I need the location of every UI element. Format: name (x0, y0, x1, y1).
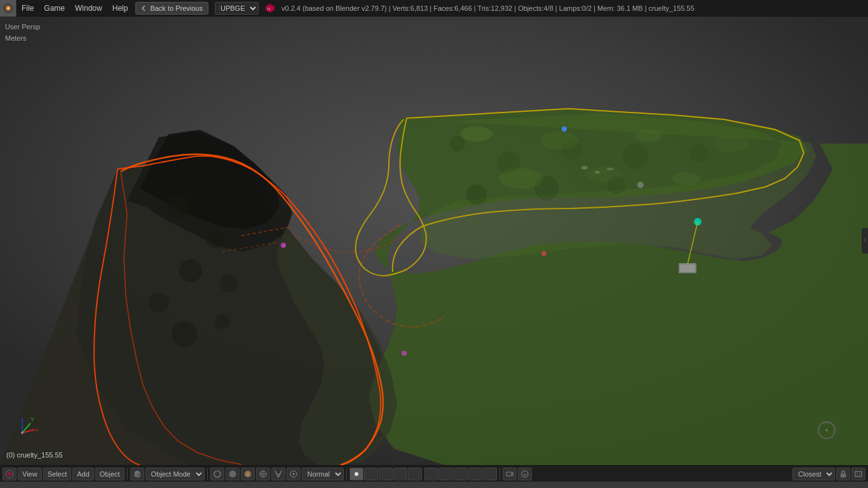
svg-point-39 (581, 166, 588, 170)
separator-1 (127, 468, 128, 480)
layer-10-btn[interactable] (483, 468, 497, 480)
engine-selector[interactable]: UPBGE (215, 2, 259, 15)
svg-point-13 (281, 243, 286, 248)
svg-rect-70 (506, 472, 512, 476)
svg-rect-74 (855, 471, 862, 477)
stats-bar: v0.2.4 (based on Blender v2.79.7) | Vert… (278, 4, 868, 12)
menu-bar: File Game Window Help (17, 0, 133, 16)
units-label: Meters (5, 33, 40, 44)
back-icon (141, 5, 147, 11)
separator-3 (346, 468, 347, 480)
svg-point-27 (179, 259, 202, 282)
svg-point-16 (637, 182, 644, 188)
menu-window[interactable]: Window (70, 0, 107, 16)
solid-shading-icon (229, 470, 236, 478)
active-object-name: (0) cruelty_155.55 (6, 451, 63, 459)
svg-point-33 (540, 132, 578, 149)
orientation-widget: X Y (6, 410, 38, 442)
back-to-previous-button[interactable]: Back to Previous (135, 2, 208, 15)
camera-icon (505, 470, 514, 478)
texture-shading-icon (244, 470, 252, 478)
shading-wire-btn[interactable] (210, 468, 224, 480)
view-menu-btn[interactable]: View (18, 468, 42, 480)
upbge-logo: U (265, 3, 275, 13)
object-mode-selector[interactable]: Object Mode (146, 468, 205, 480)
svg-point-34 (634, 130, 662, 142)
render-icon-btn[interactable] (503, 468, 517, 480)
engine-icon-btn[interactable] (3, 468, 17, 480)
svg-point-41 (607, 168, 613, 170)
lock-icon-btn[interactable] (836, 468, 850, 480)
svg-point-26 (207, 229, 226, 248)
svg-point-21 (690, 144, 708, 162)
svg-rect-73 (841, 474, 846, 477)
rotation-icon (817, 421, 836, 440)
svg-point-29 (149, 292, 169, 313)
svg-point-28 (220, 274, 238, 292)
transform-global-btn[interactable] (256, 468, 270, 480)
frame-range-icon-btn[interactable] (851, 468, 865, 480)
scene-icon-btn[interactable] (518, 468, 532, 480)
select-label: Select (48, 470, 67, 478)
select-menu-btn[interactable]: Select (43, 468, 72, 480)
layer-buttons (349, 468, 422, 480)
mode-cube-icon (133, 470, 141, 478)
svg-text:X: X (36, 427, 38, 433)
svg-point-54 (8, 472, 11, 476)
svg-point-25 (165, 194, 191, 220)
engine-status-icon (5, 470, 14, 478)
shading-mode-selector[interactable]: Normal (302, 468, 344, 480)
svg-point-38 (672, 172, 700, 185)
scroll-indicator: › (862, 228, 868, 254)
layer-9-btn[interactable] (468, 468, 482, 480)
svg-point-22 (466, 184, 487, 205)
svg-text:U: U (268, 7, 270, 11)
layer-4-btn[interactable] (393, 468, 407, 480)
layer-5-btn[interactable] (408, 468, 422, 480)
layer-2-btn[interactable] (364, 468, 378, 480)
shading-solid-btn[interactable] (226, 468, 240, 480)
layer-buttons-2 (424, 468, 497, 480)
svg-point-32 (461, 126, 492, 142)
separator-2 (207, 468, 208, 480)
view-type-label: User Persp (5, 22, 40, 33)
snap-btn[interactable] (271, 468, 285, 480)
shading-texture-btn[interactable] (241, 468, 255, 480)
layer-7-btn[interactable] (439, 468, 453, 480)
wireframe-icon (214, 470, 221, 478)
layer-3-btn[interactable] (379, 468, 393, 480)
add-label: Add (77, 470, 90, 478)
3d-viewport[interactable]: User Persp Meters X Y (0) cruelty_155.55 (0, 17, 868, 465)
back-button-label: Back to Previous (150, 4, 203, 12)
bottom-status-bar: View Select Add Object Object Mode (0, 465, 868, 482)
svg-point-15 (541, 251, 546, 256)
layer-1-btn[interactable] (349, 468, 363, 480)
menu-game[interactable]: Game (39, 0, 70, 16)
layer-dot-icon (353, 471, 360, 477)
scene-icon (520, 470, 529, 478)
frame-icon (855, 470, 862, 478)
svg-point-2 (7, 7, 10, 10)
layer-6-btn[interactable] (424, 468, 438, 480)
svg-point-30 (172, 322, 197, 347)
layer-8-btn[interactable] (454, 468, 468, 480)
svg-point-69 (355, 472, 358, 476)
upbge-logo-icon: U (265, 3, 275, 13)
rotation-widget[interactable] (817, 421, 836, 440)
proportional-falloff-selector[interactable]: Closest (792, 468, 835, 480)
object-menu-btn[interactable]: Object (95, 468, 125, 480)
svg-point-14 (402, 351, 407, 356)
menu-help[interactable]: Help (107, 0, 133, 16)
proportional-btn[interactable] (287, 468, 301, 480)
snap-icon (274, 470, 283, 478)
blender-logo-icon (3, 3, 14, 14)
menu-file[interactable]: File (17, 0, 39, 16)
top-menu-bar: File Game Window Help Back to Previous U… (0, 0, 868, 17)
svg-rect-11 (680, 264, 695, 272)
svg-point-40 (595, 171, 600, 173)
bottom-right-controls: Closest (792, 468, 865, 480)
add-menu-btn[interactable]: Add (72, 468, 94, 480)
viewport-labels: User Persp Meters (5, 22, 40, 44)
view-label: View (22, 470, 37, 478)
svg-point-20 (623, 144, 648, 169)
